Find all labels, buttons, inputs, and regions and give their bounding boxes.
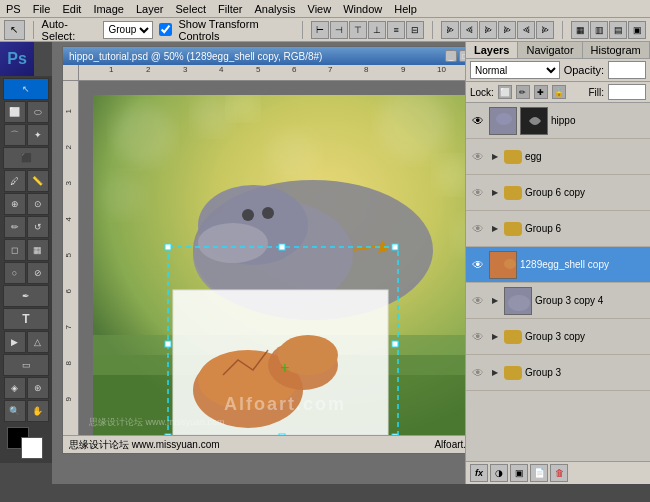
tool-dodge[interactable]: ○ — [4, 262, 26, 284]
layer-hippo[interactable]: 👁 hippo — [466, 103, 650, 139]
layer-g6c-arrow[interactable]: ▶ — [489, 187, 501, 199]
tab-layers[interactable]: Layers — [466, 42, 518, 58]
menu-ps[interactable]: PS — [0, 3, 27, 15]
tool-direct-select[interactable]: △ — [27, 331, 49, 353]
align-center-v-icon[interactable]: ≡ — [387, 21, 405, 39]
show-transform-checkbox[interactable] — [159, 23, 172, 36]
tool-type[interactable]: T — [3, 308, 49, 330]
tool-eyedropper[interactable]: 🖊 — [4, 170, 26, 192]
dist-top-icon[interactable]: ⫸ — [498, 21, 516, 39]
layer-g3c[interactable]: 👁 ▶ Group 3 copy — [466, 319, 650, 355]
dist-bottom-icon[interactable]: ⫸ — [536, 21, 554, 39]
align-right-icon[interactable]: ⊤ — [349, 21, 367, 39]
layer-egg-shell[interactable]: 👁 1289egg_shell copy — [466, 247, 650, 283]
tool-hand[interactable]: ✋ — [27, 400, 49, 422]
menu-help[interactable]: Help — [388, 3, 423, 15]
tool-3d[interactable]: ◈ — [4, 377, 26, 399]
canvas-viewport[interactable]: + Alfoart.com — [79, 81, 465, 435]
tool-heal[interactable]: ⊕ — [4, 193, 26, 215]
arrange4-icon[interactable]: ▣ — [628, 21, 646, 39]
tool-marquee-rect[interactable]: ⬜ — [4, 101, 26, 123]
dist-right-icon[interactable]: ⫸ — [479, 21, 497, 39]
arrange1-icon[interactable]: ▦ — [571, 21, 589, 39]
layer-g3-arrow[interactable]: ▶ — [489, 367, 501, 379]
menu-edit[interactable]: Edit — [56, 3, 87, 15]
tool-pen[interactable]: ✒ — [3, 285, 49, 307]
tool-path-select[interactable]: ▶ — [4, 331, 26, 353]
align-left-icon[interactable]: ⊢ — [311, 21, 329, 39]
align-center-h-icon[interactable]: ⊣ — [330, 21, 348, 39]
tool-ruler[interactable]: 📏 — [27, 170, 49, 192]
panel-fx-button[interactable]: fx — [470, 464, 488, 482]
layer-g3[interactable]: 👁 ▶ Group 3 — [466, 355, 650, 391]
tool-stamp[interactable]: ⊙ — [27, 193, 49, 215]
layer-g3-visibility[interactable]: 👁 — [470, 365, 486, 381]
layer-group6copy[interactable]: 👁 ▶ Group 6 copy — [466, 175, 650, 211]
tool-rotate[interactable]: ⊛ — [27, 377, 49, 399]
layer-eggshell-visibility[interactable]: 👁 — [470, 257, 486, 273]
tool-smudge[interactable]: ⊘ — [27, 262, 49, 284]
layer-g3c-arrow[interactable]: ▶ — [489, 331, 501, 343]
autoselect-dropdown[interactable]: Group Layer — [103, 21, 153, 39]
dist-center-v-icon[interactable]: ⫷ — [517, 21, 535, 39]
layer-g3c4-arrow[interactable]: ▶ — [489, 295, 501, 307]
lock-all-icon[interactable]: 🔒 — [552, 85, 566, 99]
layer-egg-visibility[interactable]: 👁 — [470, 149, 486, 165]
menu-layer[interactable]: Layer — [130, 3, 170, 15]
menu-filter[interactable]: Filter — [212, 3, 248, 15]
lock-move-icon[interactable]: ✚ — [534, 85, 548, 99]
maximize-button[interactable]: □ — [459, 50, 465, 62]
layer-group6[interactable]: 👁 ▶ Group 6 — [466, 211, 650, 247]
layer-g6-visibility[interactable]: 👁 — [470, 221, 486, 237]
align-top-icon[interactable]: ⊥ — [368, 21, 386, 39]
layer-hippo-visibility[interactable]: 👁 — [470, 113, 486, 129]
arrange2-icon[interactable]: ▥ — [590, 21, 608, 39]
tool-crop[interactable]: ⬛ — [3, 147, 49, 169]
menu-select[interactable]: Select — [170, 3, 213, 15]
panel-new-layer-button[interactable]: 📄 — [530, 464, 548, 482]
layer-g6-arrow[interactable]: ▶ — [489, 223, 501, 235]
menu-analysis[interactable]: Analysis — [249, 3, 302, 15]
background-color[interactable] — [21, 437, 43, 459]
panel-new-fill-button[interactable]: ◑ — [490, 464, 508, 482]
tool-zoom[interactable]: 🔍 — [4, 400, 26, 422]
opacity-input[interactable]: 100% — [608, 61, 646, 79]
move-tool-icon[interactable]: ↖ — [4, 20, 25, 40]
tool-quick-select[interactable]: ✦ — [27, 124, 49, 146]
tool-eraser[interactable]: ◻ — [4, 239, 26, 261]
align-bottom-icon[interactable]: ⊟ — [406, 21, 424, 39]
layer-g3c4[interactable]: 👁 ▶ Group 3 copy 4 — [466, 283, 650, 319]
layer-g6c-visibility[interactable]: 👁 — [470, 185, 486, 201]
panel-delete-button[interactable]: 🗑 — [550, 464, 568, 482]
tool-gradient[interactable]: ▦ — [27, 239, 49, 261]
tool-lasso[interactable]: ⌒ — [4, 124, 26, 146]
blend-mode-dropdown[interactable]: Normal Multiply Screen — [470, 61, 560, 79]
tool-brush[interactable]: ✏ — [4, 216, 26, 238]
layer-g3-name: Group 3 — [525, 367, 646, 378]
layer-egg[interactable]: 👁 ▶ egg — [466, 139, 650, 175]
panel-new-group-button[interactable]: ▣ — [510, 464, 528, 482]
tool-history[interactable]: ↺ — [27, 216, 49, 238]
minimize-button[interactable]: _ — [445, 50, 457, 62]
menu-file[interactable]: File — [27, 3, 57, 15]
ruler-v-mark-4: 4 — [64, 217, 73, 221]
tab-histogram[interactable]: Histogram — [583, 42, 650, 58]
menu-window[interactable]: Window — [337, 3, 388, 15]
menu-view[interactable]: View — [302, 3, 338, 15]
layer-g3c4-visibility[interactable]: 👁 — [470, 293, 486, 309]
dist-left-icon[interactable]: ⫸ — [441, 21, 459, 39]
arrange3-icon[interactable]: ▤ — [609, 21, 627, 39]
dist-center-h-icon[interactable]: ⫷ — [460, 21, 478, 39]
layer-egg-arrow[interactable]: ▶ — [489, 151, 501, 163]
lock-transparency-icon[interactable]: ⬜ — [498, 85, 512, 99]
tool-marquee-ellipse[interactable]: ⬭ — [27, 101, 49, 123]
tool-shape[interactable]: ▭ — [3, 354, 49, 376]
lock-brush-icon[interactable]: ✏ — [516, 85, 530, 99]
tool-move[interactable]: ↖ — [3, 78, 49, 100]
layer-g3c-visibility[interactable]: 👁 — [470, 329, 486, 345]
tab-navigator[interactable]: Navigator — [518, 42, 582, 58]
layer-g3c4-thumb — [504, 287, 532, 315]
fill-input[interactable]: 100% — [608, 84, 646, 100]
fill-row: Fill: 100% — [588, 84, 646, 100]
menu-image[interactable]: Image — [87, 3, 130, 15]
